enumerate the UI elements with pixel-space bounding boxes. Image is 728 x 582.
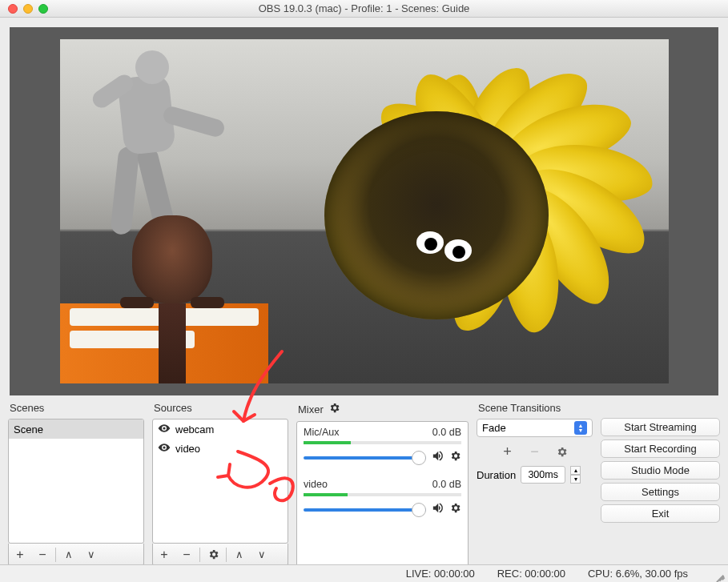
scenes-list[interactable]: Scene <box>8 419 144 544</box>
source-item-label: webcam <box>175 423 214 435</box>
mixer-heading-label: Mixer <box>298 403 324 415</box>
visibility-toggle-icon[interactable] <box>158 441 171 456</box>
window-title: OBS 19.0.3 (mac) - Profile: 1 - Scenes: … <box>0 2 728 14</box>
duration-step-up[interactable]: ▴ <box>570 466 581 475</box>
svg-point-0 <box>163 427 165 429</box>
volume-slider[interactable] <box>304 456 426 460</box>
move-source-up-button[interactable]: ∧ <box>228 544 251 566</box>
mixer-channel-name: Mic/Aux <box>304 427 339 438</box>
mixer-settings-icon[interactable] <box>328 402 340 416</box>
source-item[interactable]: webcam <box>153 419 288 439</box>
status-rec: REC: 00:00:00 <box>497 568 565 580</box>
mixer-heading: Mixer <box>298 402 469 416</box>
transitions-heading: Scene Transitions <box>478 402 593 414</box>
scene-item-label: Scene <box>14 423 43 435</box>
move-source-down-button[interactable]: ∨ <box>251 544 273 566</box>
status-cpu: CPU: 6.6%, 30.00 fps <box>588 568 688 580</box>
channel-settings-icon[interactable] <box>449 450 461 465</box>
remove-source-button[interactable]: − <box>175 544 198 566</box>
status-live: LIVE: 00:00:00 <box>406 568 475 580</box>
mixer-channel-name: video <box>304 479 328 490</box>
mixer-channel: Mic/Aux 0.0 dB <box>304 427 461 466</box>
mixer-channel-db: 0.0 dB <box>432 479 461 490</box>
audio-meter <box>304 493 461 496</box>
preview-canvas <box>60 39 669 383</box>
speaker-icon[interactable] <box>431 501 444 518</box>
preview-area[interactable] <box>10 27 718 395</box>
transition-select[interactable]: Fade ▲▼ <box>477 419 593 437</box>
transition-settings-button[interactable] <box>554 444 570 460</box>
exit-button[interactable]: Exit <box>601 504 720 523</box>
visibility-toggle-icon[interactable] <box>158 422 171 437</box>
source-item[interactable]: video <box>153 439 288 458</box>
source-properties-button[interactable] <box>202 544 224 566</box>
scenes-toolbar: + − ∧ ∨ <box>8 544 144 566</box>
settings-button[interactable]: Settings <box>601 483 720 501</box>
status-bar: LIVE: 00:00:00 REC: 00:00:00 CPU: 6.6%, … <box>0 564 728 582</box>
start-streaming-button[interactable]: Start Streaming <box>601 418 720 436</box>
add-source-button[interactable]: + <box>153 544 175 566</box>
duration-label: Duration <box>477 469 516 481</box>
source-item-label: video <box>175 443 200 455</box>
remove-scene-button[interactable]: − <box>31 544 54 566</box>
resize-grip[interactable] <box>715 570 725 580</box>
transition-selected-label: Fade <box>482 422 506 434</box>
sources-heading: Sources <box>154 402 288 414</box>
studio-mode-button[interactable]: Studio Mode <box>601 461 720 480</box>
move-scene-down-button[interactable]: ∨ <box>80 544 103 566</box>
speaker-icon[interactable] <box>431 449 444 466</box>
channel-settings-icon[interactable] <box>449 502 461 517</box>
select-arrows-icon: ▲▼ <box>574 421 587 435</box>
mixer-channel: video 0.0 dB <box>304 479 461 518</box>
titlebar: OBS 19.0.3 (mac) - Profile: 1 - Scenes: … <box>0 0 728 18</box>
duration-input[interactable] <box>521 466 565 484</box>
audio-meter <box>304 441 461 444</box>
sources-toolbar: + − ∧ ∨ <box>152 544 288 566</box>
scene-item[interactable]: Scene <box>9 419 143 439</box>
volume-slider[interactable] <box>304 508 426 512</box>
add-transition-button[interactable]: + <box>500 444 516 460</box>
duration-stepper[interactable]: ▴ ▾ <box>570 466 581 484</box>
mixer-channel-db: 0.0 dB <box>432 427 461 438</box>
move-scene-up-button[interactable]: ∧ <box>58 544 80 566</box>
start-recording-button[interactable]: Start Recording <box>601 440 720 458</box>
svg-point-1 <box>163 446 165 448</box>
scenes-heading: Scenes <box>10 402 144 414</box>
remove-transition-button[interactable]: − <box>527 444 543 460</box>
sources-list[interactable]: webcam video <box>152 419 288 544</box>
duration-step-down[interactable]: ▾ <box>570 475 581 484</box>
add-scene-button[interactable]: + <box>9 544 31 566</box>
mixer-panel: Mic/Aux 0.0 dB video 0.0 dB <box>296 421 469 570</box>
